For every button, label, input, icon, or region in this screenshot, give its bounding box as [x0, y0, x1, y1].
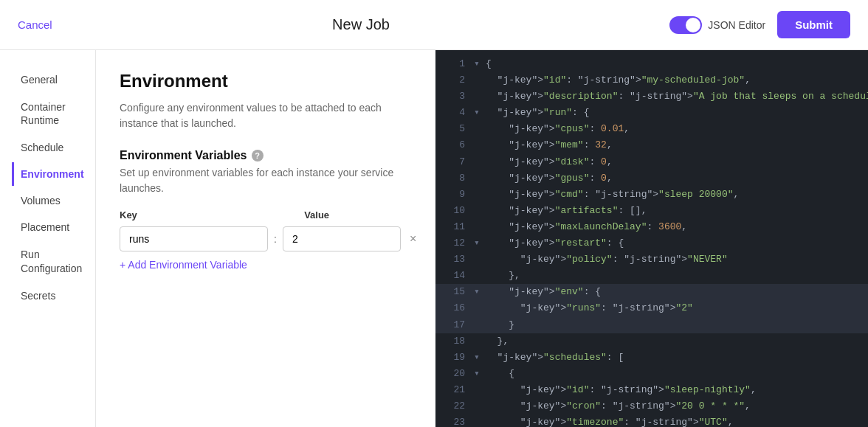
json-line: 4▾ "j-key">"run": { — [435, 105, 868, 121]
env-vars-description: Set up environment variables for each in… — [120, 165, 412, 196]
line-number: 7 — [441, 154, 465, 170]
json-editor-toggle-container: JSON Editor — [669, 16, 765, 34]
line-arrow: ▾ — [474, 105, 483, 121]
section-description: Configure any environment values to be a… — [120, 100, 412, 131]
line-content: "j-key">"artifacts": [], — [486, 203, 862, 219]
json-line: 16 "j-key">"runs": "j-string">"2" — [435, 300, 868, 316]
sidebar-item-container-runtime[interactable]: ContainerRuntime — [12, 94, 83, 133]
line-content: "j-key">"cron": "j-string">"20 0 * * *", — [486, 398, 862, 414]
json-line: 21 "j-key">"id": "j-string">"sleep-night… — [435, 382, 868, 398]
line-content: "j-key">"timezone": "j-string">"UTC", — [486, 414, 862, 427]
line-number: 22 — [441, 398, 465, 414]
json-line: 8 "j-key">"gpus": 0, — [435, 170, 868, 187]
line-content: "j-key">"policy": "j-string">"NEVER" — [486, 251, 862, 268]
json-line: 5 "j-key">"cpus": 0.01, — [435, 121, 868, 137]
line-content: "j-key">"mem": 32, — [486, 137, 862, 153]
json-line: 23 "j-key">"timezone": "j-string">"UTC", — [435, 414, 868, 427]
json-line: 20▾ { — [435, 366, 868, 382]
line-number: 20 — [441, 366, 465, 382]
line-arrow — [474, 414, 483, 427]
line-number: 16 — [441, 300, 465, 316]
line-number: 17 — [441, 317, 465, 333]
line-arrow — [474, 382, 483, 398]
line-number: 5 — [441, 121, 465, 137]
line-arrow — [474, 317, 483, 333]
line-arrow — [474, 88, 483, 105]
json-line: 6 "j-key">"mem": 32, — [435, 137, 868, 153]
json-line: 2 "j-key">"id": "j-string">"my-scheduled… — [435, 72, 868, 88]
line-arrow — [474, 219, 483, 235]
sidebar-item-placement[interactable]: Placement — [12, 215, 83, 239]
line-content: } — [486, 317, 862, 333]
help-icon[interactable]: ? — [252, 150, 264, 162]
line-number: 6 — [441, 137, 465, 153]
json-line: 10 "j-key">"artifacts": [], — [435, 203, 868, 219]
cancel-button[interactable]: Cancel — [18, 18, 52, 31]
add-env-variable-button[interactable]: + Add Environment Variable — [120, 259, 247, 271]
line-content: }, — [486, 268, 862, 284]
sidebar: General ContainerRuntime Schedule Enviro… — [0, 50, 96, 427]
submit-button[interactable]: Submit — [777, 11, 850, 38]
line-arrow — [474, 170, 483, 187]
sidebar-item-volumes[interactable]: Volumes — [12, 189, 83, 212]
line-content: }, — [486, 333, 862, 350]
line-number: 10 — [441, 203, 465, 219]
line-arrow — [474, 251, 483, 268]
line-number: 8 — [441, 170, 465, 187]
line-content: "j-key">"schedules": [ — [486, 350, 862, 366]
line-arrow — [474, 203, 483, 219]
sidebar-item-secrets[interactable]: Secrets — [12, 284, 83, 308]
section-title: Environment — [120, 71, 412, 91]
env-vars-subtitle: Environment Variables ? — [120, 149, 412, 162]
json-line: 1▾{ — [435, 56, 868, 72]
sidebar-item-schedule[interactable]: Schedule — [12, 136, 83, 159]
line-arrow: ▾ — [474, 366, 483, 382]
json-line: 13 "j-key">"policy": "j-string">"NEVER" — [435, 251, 868, 268]
sidebar-item-general[interactable]: General — [12, 68, 83, 91]
content-area: Environment Configure any environment va… — [96, 50, 435, 427]
line-number: 1 — [441, 56, 465, 72]
json-line: 22 "j-key">"cron": "j-string">"20 0 * * … — [435, 398, 868, 414]
json-line: 14 }, — [435, 268, 868, 284]
json-line: 9 "j-key">"cmd": "j-string">"sleep 20000… — [435, 187, 868, 203]
line-arrow — [474, 300, 483, 316]
env-value-input[interactable] — [283, 226, 401, 251]
line-arrow — [474, 187, 483, 203]
line-content: "j-key">"restart": { — [486, 235, 862, 251]
colon-separator: : — [274, 233, 277, 245]
value-column-label: Value — [304, 209, 412, 221]
line-number: 11 — [441, 219, 465, 235]
line-content: "j-key">"gpus": 0, — [486, 170, 862, 187]
line-content: { — [486, 56, 862, 72]
key-column-label: Key — [120, 209, 281, 221]
json-line: 18 }, — [435, 333, 868, 350]
env-key-input[interactable] — [120, 226, 268, 251]
page-title: New Job — [332, 16, 390, 33]
line-content: "j-key">"cmd": "j-string">"sleep 20000", — [486, 187, 862, 203]
sidebar-item-run-configuration[interactable]: RunConfiguration — [12, 242, 83, 280]
line-content: "j-key">"env": { — [486, 284, 862, 300]
line-number: 2 — [441, 72, 465, 88]
json-editor-toggle[interactable] — [669, 16, 702, 34]
header-right: JSON Editor Submit — [669, 11, 850, 38]
line-number: 4 — [441, 105, 465, 121]
fields-header: Key Value — [120, 209, 412, 221]
line-arrow — [474, 333, 483, 350]
sidebar-item-environment[interactable]: Environment — [12, 162, 83, 186]
env-delete-button[interactable]: × — [407, 229, 419, 249]
line-number: 13 — [441, 251, 465, 268]
json-editor-panel: 1▾{2 "j-key">"id": "j-string">"my-schedu… — [435, 50, 868, 427]
line-number: 18 — [441, 333, 465, 350]
json-line: 15▾ "j-key">"env": { — [435, 284, 868, 300]
line-arrow — [474, 268, 483, 284]
line-number: 14 — [441, 268, 465, 284]
line-content: { — [486, 366, 862, 382]
line-number: 3 — [441, 88, 465, 105]
json-line: 12▾ "j-key">"restart": { — [435, 235, 868, 251]
json-editor-label: JSON Editor — [708, 19, 765, 31]
line-arrow — [474, 398, 483, 414]
json-line: 17 } — [435, 317, 868, 333]
line-content: "j-key">"cpus": 0.01, — [486, 121, 862, 137]
line-content: "j-key">"disk": 0, — [486, 154, 862, 170]
env-variable-row: : × — [120, 226, 412, 251]
